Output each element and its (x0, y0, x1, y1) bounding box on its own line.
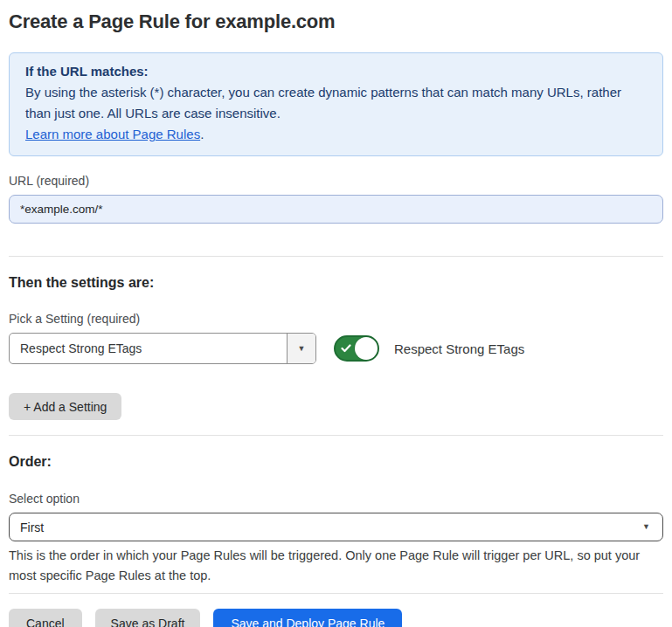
setting-select-value: Respect Strong ETags (10, 334, 287, 363)
divider (9, 256, 663, 257)
setting-select-arrow-button[interactable]: ▼ (287, 334, 315, 363)
divider (9, 435, 663, 436)
url-input[interactable] (9, 195, 663, 224)
page-title: Create a Page Rule for example.com (9, 10, 663, 33)
url-match-info-box: If the URL matches: By using the asteris… (9, 52, 663, 156)
order-helper-text: This is the order in which your Page Rul… (9, 546, 663, 586)
info-box-link-line: Learn more about Page Rules. (25, 124, 647, 145)
pick-setting-label: Pick a Setting (required) (9, 312, 663, 326)
order-section-heading: Order: (9, 454, 663, 470)
footer-actions: Cancel Save as Draft Save and Deploy Pag… (9, 609, 663, 627)
etags-toggle[interactable] (334, 335, 379, 362)
chevron-down-icon: ▼ (298, 345, 306, 353)
save-deploy-button[interactable]: Save and Deploy Page Rule (213, 609, 402, 627)
toggle-label: Respect Strong ETags (394, 341, 524, 356)
chevron-down-icon: ▼ (642, 523, 650, 531)
url-field-label: URL (required) (9, 174, 663, 188)
setting-select[interactable]: Respect Strong ETags ▼ (9, 333, 316, 364)
learn-more-link[interactable]: Learn more about Page Rules (25, 127, 200, 141)
add-setting-button[interactable]: + Add a Setting (9, 393, 121, 420)
info-box-heading: If the URL matches: (25, 61, 647, 82)
divider (9, 593, 663, 594)
save-draft-button[interactable]: Save as Draft (95, 609, 201, 627)
link-suffix: . (200, 127, 204, 141)
toggle-knob[interactable] (355, 337, 378, 360)
order-select[interactable]: First ▼ (9, 513, 663, 541)
setting-row: Respect Strong ETags ▼ Respect Strong ET… (9, 333, 663, 364)
settings-section-heading: Then the settings are: (9, 275, 663, 291)
order-select-label: Select option (9, 492, 663, 506)
check-icon (341, 343, 351, 354)
order-select-value: First (20, 520, 642, 534)
cancel-button[interactable]: Cancel (9, 609, 82, 627)
info-box-body: By using the asterisk (*) character, you… (25, 82, 647, 124)
